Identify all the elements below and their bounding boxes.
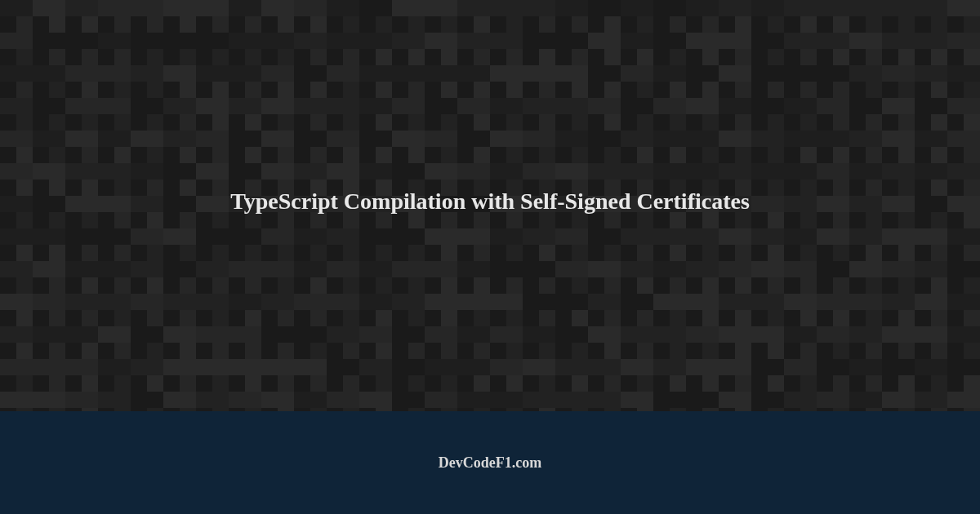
page-title: TypeScript Compilation with Self-Signed …	[198, 188, 782, 215]
brand-name: DevCodeF1.com	[439, 454, 541, 472]
footer-bar: DevCodeF1.com	[0, 411, 980, 514]
main-banner-area: TypeScript Compilation with Self-Signed …	[0, 0, 980, 411]
